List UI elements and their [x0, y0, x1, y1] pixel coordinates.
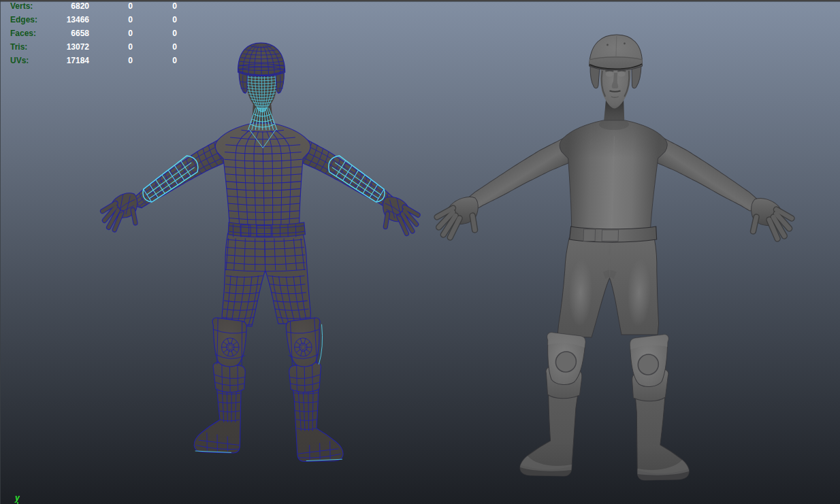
- svg-text:13466: 13466: [67, 15, 90, 24]
- svg-text:6820: 6820: [71, 1, 89, 11]
- svg-text:0: 0: [172, 56, 177, 65]
- svg-text:0: 0: [128, 15, 133, 24]
- svg-text:0: 0: [172, 29, 177, 38]
- svg-text:0: 0: [128, 56, 133, 65]
- svg-text:0: 0: [172, 15, 177, 24]
- svg-text:6658: 6658: [71, 29, 89, 38]
- svg-text:Faces:: Faces:: [10, 29, 36, 38]
- svg-text:0: 0: [172, 1, 177, 11]
- svg-text:Edges:: Edges:: [10, 15, 37, 24]
- svg-text:Tris:: Tris:: [10, 42, 27, 52]
- svg-text:17184: 17184: [67, 56, 90, 65]
- svg-text:UVs:: UVs:: [10, 56, 29, 65]
- svg-text:0: 0: [172, 42, 177, 52]
- svg-text:0: 0: [128, 1, 133, 11]
- svg-text:y: y: [14, 493, 20, 503]
- svg-text:0: 0: [128, 29, 133, 38]
- svg-text:0: 0: [128, 42, 133, 52]
- svg-text:13072: 13072: [67, 42, 90, 52]
- svg-text:Verts:: Verts:: [10, 1, 33, 11]
